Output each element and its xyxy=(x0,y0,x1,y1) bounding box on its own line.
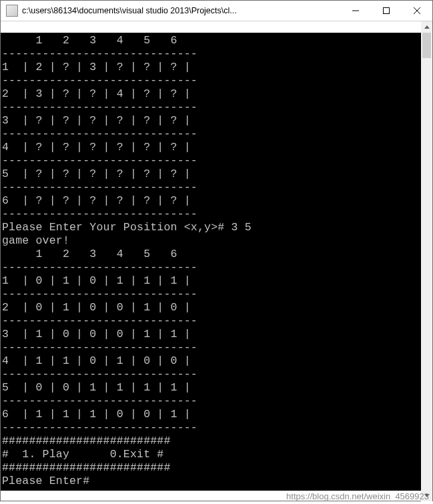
console-output[interactable]: 1 2 3 4 5 6 ----------------------------… xyxy=(1,33,421,491)
close-icon xyxy=(414,7,420,14)
maximize-button[interactable] xyxy=(371,1,402,21)
titlebar[interactable]: c:\users\86134\documents\visual studio 2… xyxy=(1,1,432,21)
window-controls xyxy=(340,1,432,21)
client-area: 1 2 3 4 5 6 ----------------------------… xyxy=(1,21,432,501)
minimize-icon xyxy=(352,7,359,14)
app-window: c:\users\86134\documents\visual studio 2… xyxy=(0,0,433,501)
close-button[interactable] xyxy=(402,1,432,21)
scroll-thumb[interactable] xyxy=(422,33,431,58)
svg-rect-1 xyxy=(384,8,390,14)
scroll-up-button[interactable] xyxy=(421,21,432,33)
vertical-scrollbar[interactable] xyxy=(421,21,432,501)
minimize-button[interactable] xyxy=(340,1,371,21)
chevron-up-icon xyxy=(424,25,430,29)
app-icon xyxy=(6,5,18,17)
window-title: c:\users\86134\documents\visual studio 2… xyxy=(22,6,340,15)
chevron-down-icon xyxy=(424,494,430,497)
maximize-icon xyxy=(383,7,390,14)
scroll-down-button[interactable] xyxy=(421,490,432,501)
